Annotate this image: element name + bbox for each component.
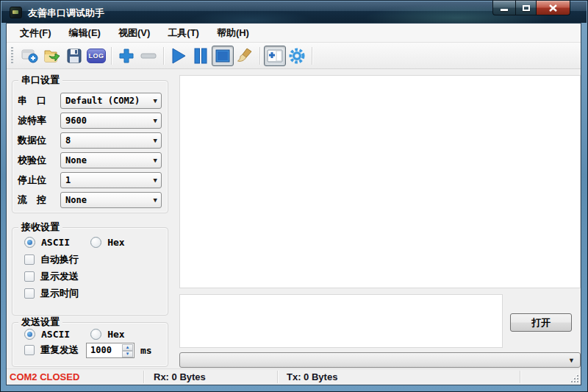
receive-ascii-radio[interactable] — [24, 237, 35, 248]
tx-counter: Tx: 0 Bytes — [287, 371, 337, 382]
maximize-icon — [523, 5, 530, 11]
window-controls — [492, 1, 570, 15]
stop-button[interactable] — [212, 46, 234, 66]
menu-help[interactable]: 帮助(H) — [208, 24, 258, 43]
receive-settings-title: 接收设置 — [18, 221, 62, 233]
stopbits-row: 停止位 1▼ — [12, 170, 168, 190]
toolbar-separator — [163, 47, 164, 65]
flowcontrol-label: 流 控 — [18, 193, 60, 207]
toolbar-separator — [259, 47, 260, 65]
baudrate-row: 波特率 9600▼ — [12, 110, 168, 130]
log-button[interactable]: LOG — [85, 46, 107, 66]
settings-button[interactable] — [286, 46, 308, 66]
window-frame: 友善串口调试助手 文件(F) 编辑(E) 视图(V) 工具(T) 帮助(H) — [0, 0, 588, 392]
stop-icon — [215, 49, 230, 63]
spin-up-icon[interactable]: ▲ — [122, 344, 133, 351]
add-button[interactable] — [115, 46, 137, 66]
log-icon: LOG — [87, 49, 106, 63]
open-button[interactable] — [41, 46, 63, 66]
receive-hex-radio[interactable] — [90, 237, 101, 248]
status-bar: COM2 CLOSED Rx: 0 Bytes Tx: 0 Bytes — [7, 368, 581, 385]
send-area[interactable] — [179, 294, 503, 348]
close-icon — [549, 4, 557, 12]
new-window-icon — [267, 49, 283, 63]
send-history-combo[interactable]: ▼ — [179, 352, 581, 368]
menu-view[interactable]: 视图(V) — [110, 24, 159, 43]
maximize-button[interactable] — [515, 1, 537, 15]
show-time-checkbox[interactable] — [24, 288, 35, 299]
pause-icon — [193, 48, 208, 64]
flowcontrol-value: None — [65, 195, 87, 205]
status-separator — [143, 371, 144, 383]
databits-select[interactable]: 8▼ — [60, 132, 162, 149]
spin-down-icon[interactable]: ▼ — [122, 351, 133, 357]
minimize-button[interactable] — [492, 1, 515, 15]
close-button[interactable] — [537, 1, 570, 15]
chevron-down-icon: ▼ — [154, 177, 157, 184]
repeat-send-label: 重复发送 — [40, 343, 79, 357]
brush-icon — [237, 48, 253, 64]
send-hex-radio[interactable] — [90, 329, 101, 340]
gear-icon — [288, 47, 306, 65]
baudrate-select[interactable]: 9600▼ — [60, 113, 162, 129]
stopbits-label: 停止位 — [18, 174, 60, 187]
stopbits-value: 1 — [65, 175, 71, 185]
interval-unit-label: ms — [140, 345, 152, 356]
chevron-down-icon: ▼ — [154, 197, 157, 204]
stopbits-select[interactable]: 1▼ — [60, 172, 162, 188]
chevron-down-icon: ▼ — [154, 98, 157, 104]
menu-edit[interactable]: 编辑(E) — [60, 24, 110, 43]
chevron-down-icon: ▼ — [154, 118, 157, 124]
send-settings-group: 发送设置 ASCII Hex 重复发送 ▲ ▼ — [12, 322, 168, 367]
receive-ascii-label: ASCII — [41, 237, 70, 248]
databits-label: 数据位 — [18, 134, 60, 147]
autowrap-label: 自动换行 — [40, 253, 79, 266]
main-content: 串口设置 串 口 Default (COM2)▼ 波特率 9600▼ 数据位 8… — [7, 69, 581, 368]
play-icon — [171, 48, 186, 64]
port-row: 串 口 Default (COM2)▼ — [12, 90, 168, 110]
save-button[interactable] — [63, 46, 85, 66]
port-select[interactable]: Default (COM2)▼ — [60, 93, 162, 109]
menu-tools[interactable]: 工具(T) — [159, 24, 208, 43]
new-session-icon — [21, 49, 39, 63]
open-folder-icon — [43, 49, 61, 63]
serial-settings-group: 串口设置 串 口 Default (COM2)▼ 波特率 9600▼ 数据位 8… — [12, 80, 168, 213]
chevron-down-icon: ▼ — [568, 357, 575, 364]
show-send-label: 显示发送 — [40, 270, 79, 283]
window-title: 友善串口调试助手 — [28, 7, 104, 20]
new-window-button[interactable] — [264, 46, 286, 66]
toolbar-gripper[interactable] — [11, 47, 13, 65]
pause-button[interactable] — [190, 46, 212, 66]
receive-settings-group: 接收设置 ASCII Hex 自动换行 显示发送 显示时间 — [12, 227, 168, 316]
open-port-button[interactable]: 打开 — [510, 313, 572, 332]
toolbar-separator — [111, 47, 112, 65]
show-send-checkbox[interactable] — [24, 271, 35, 282]
flowcontrol-row: 流 控 None▼ — [12, 190, 168, 210]
menu-file[interactable]: 文件(F) — [11, 24, 60, 43]
receive-area[interactable] — [179, 75, 581, 288]
parity-label: 校验位 — [18, 154, 60, 167]
send-ascii-radio[interactable] — [24, 329, 35, 340]
new-session-button[interactable] — [19, 46, 41, 66]
port-label: 串 口 — [18, 94, 60, 107]
parity-select[interactable]: None▼ — [60, 152, 162, 168]
resize-grip[interactable] — [571, 375, 578, 382]
remove-button[interactable] — [137, 46, 159, 66]
repeat-send-checkbox[interactable] — [24, 345, 35, 355]
flowcontrol-select[interactable]: None▼ — [60, 192, 162, 208]
status-separator — [520, 371, 520, 383]
status-separator — [277, 371, 278, 383]
clear-button[interactable] — [234, 46, 256, 66]
baudrate-label: 波特率 — [18, 114, 60, 127]
send-hex-label: Hex — [107, 329, 124, 340]
app-icon — [10, 7, 22, 18]
interval-input[interactable] — [87, 345, 119, 355]
send-ascii-label: ASCII — [41, 329, 70, 340]
start-button[interactable] — [168, 46, 190, 66]
minimize-icon — [501, 9, 508, 11]
databits-value: 8 — [65, 135, 71, 146]
autowrap-checkbox[interactable] — [24, 254, 35, 265]
save-icon — [66, 49, 82, 63]
interval-spinner: ▲ ▼ — [86, 343, 135, 358]
remove-icon — [140, 53, 157, 59]
